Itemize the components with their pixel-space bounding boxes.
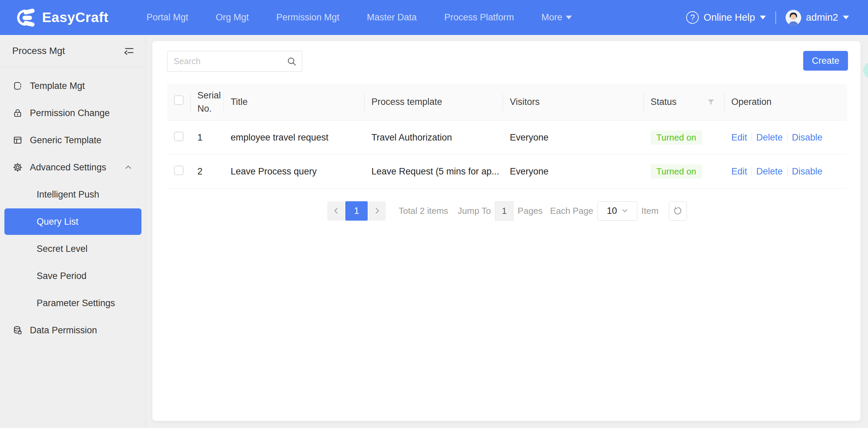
cell-visitors: Everyone bbox=[503, 154, 644, 188]
main-content: Create Serial No. Title Process template… bbox=[146, 35, 868, 428]
filter-funnel-icon[interactable] bbox=[707, 98, 715, 106]
sidebar-header: Process Mgt bbox=[0, 35, 146, 67]
sidebar-item-advanced-settings[interactable]: Advanced Settings bbox=[0, 154, 146, 181]
cell-visitors: Everyone bbox=[503, 120, 644, 154]
column-status: Status bbox=[644, 84, 725, 120]
main-nav: Portal Mgt Org Mgt Permission Mgt Master… bbox=[147, 12, 572, 23]
chevron-up-icon bbox=[124, 163, 132, 171]
table-row: 1 employee travel request Travel Authori… bbox=[167, 120, 847, 154]
sidebar-subitem-save-period[interactable]: Save Period bbox=[0, 262, 146, 290]
gear-icon bbox=[13, 163, 22, 172]
sidebar-item-label: Generic Template bbox=[30, 135, 101, 146]
sidebar-subitem-parameter-settings[interactable]: Parameter Settings bbox=[0, 290, 146, 317]
easycraft-logo-icon bbox=[16, 7, 37, 28]
nav-more-label: More bbox=[541, 12, 562, 23]
logo-text: EasyCraft bbox=[42, 10, 109, 25]
delete-link[interactable]: Delete bbox=[756, 132, 783, 143]
action-divider bbox=[752, 167, 752, 175]
chevron-down-icon bbox=[760, 16, 766, 19]
row-checkbox[interactable] bbox=[174, 132, 184, 141]
floating-widget[interactable] bbox=[863, 62, 868, 78]
sidebar-item-label: Data Permission bbox=[30, 325, 97, 336]
database-lock-icon bbox=[13, 325, 22, 335]
cell-status: Turned on bbox=[644, 120, 725, 154]
pages-label: Pages bbox=[518, 206, 543, 216]
cell-serial: 1 bbox=[191, 120, 224, 154]
sidebar-item-data-permission[interactable]: Data Permission bbox=[0, 317, 146, 344]
refresh-button[interactable] bbox=[669, 201, 687, 221]
next-page-button[interactable] bbox=[368, 201, 386, 221]
sidebar-title: Process Mgt bbox=[12, 45, 65, 56]
jump-to-input[interactable] bbox=[495, 201, 514, 221]
online-help-menu[interactable]: ? Online Help bbox=[686, 11, 766, 24]
edit-link[interactable]: Edit bbox=[731, 132, 747, 143]
create-button[interactable]: Create bbox=[803, 51, 848, 71]
topbar: EasyCraft Portal Mgt Org Mgt Permission … bbox=[0, 0, 868, 35]
sidebar-item-permission-change[interactable]: Permission Change bbox=[0, 99, 146, 127]
sidebar-item-label: Permission Change bbox=[30, 108, 110, 118]
column-title: Title bbox=[224, 84, 365, 120]
question-circle-icon: ? bbox=[686, 11, 699, 24]
nav-master-data[interactable]: Master Data bbox=[367, 12, 417, 23]
sidebar-item-label: Template Mgt bbox=[30, 81, 85, 91]
user-menu[interactable]: admin2 bbox=[786, 10, 849, 25]
row-checkbox[interactable] bbox=[174, 166, 184, 175]
avatar bbox=[786, 10, 801, 25]
page-size-select[interactable]: 10 bbox=[597, 201, 637, 221]
search-input[interactable] bbox=[167, 51, 302, 72]
search-icon[interactable] bbox=[287, 56, 297, 67]
cell-operation: EditDeleteDisable bbox=[725, 154, 847, 188]
sidebar-item-generic-template[interactable]: Generic Template bbox=[0, 127, 146, 154]
nav-more[interactable]: More bbox=[541, 12, 572, 23]
topbar-divider bbox=[775, 11, 776, 24]
prev-page-button[interactable] bbox=[327, 201, 345, 221]
nav-org-mgt[interactable]: Org Mgt bbox=[216, 12, 249, 23]
sidebar-subitem-intelligent-push[interactable]: Intelligent Push bbox=[0, 181, 146, 208]
select-all-checkbox[interactable] bbox=[174, 95, 184, 105]
disable-link[interactable]: Disable bbox=[792, 132, 823, 143]
edit-link[interactable]: Edit bbox=[731, 166, 747, 176]
column-visitors: Visitors bbox=[503, 84, 644, 120]
username: admin2 bbox=[806, 12, 838, 23]
refresh-icon bbox=[673, 206, 682, 216]
cell-status: Turned on bbox=[644, 154, 725, 188]
sidebar-item-template-mgt[interactable]: Template Mgt bbox=[0, 72, 146, 99]
column-operation: Operation bbox=[725, 84, 847, 120]
sidebar-subitem-query-list[interactable]: Query List bbox=[4, 208, 141, 235]
topbar-right: ? Online Help admin2 bbox=[686, 10, 868, 25]
nav-process-platform[interactable]: Process Platform bbox=[444, 12, 514, 23]
online-help-label: Online Help bbox=[703, 12, 755, 23]
page-number-button[interactable]: 1 bbox=[345, 201, 368, 221]
delete-link[interactable]: Delete bbox=[756, 166, 783, 176]
panel-icon bbox=[13, 135, 22, 145]
cell-process-template: Leave Request (5 mins for ap... bbox=[365, 154, 503, 188]
nav-portal-mgt[interactable]: Portal Mgt bbox=[147, 12, 188, 23]
sidebar-item-label: Advanced Settings bbox=[30, 162, 106, 173]
pagination: 1 Total 2 items Jump To Pages Each Page … bbox=[167, 201, 847, 221]
item-label: Item bbox=[641, 206, 659, 216]
column-status-label: Status bbox=[651, 97, 677, 107]
table-header-row: Serial No. Title Process template Visito… bbox=[167, 84, 847, 120]
column-serial-no: Serial No. bbox=[191, 84, 224, 120]
template-icon bbox=[13, 81, 22, 91]
disable-link[interactable]: Disable bbox=[792, 166, 823, 176]
status-badge: Turned on bbox=[651, 164, 702, 179]
sidebar: Process Mgt Template Mgt bbox=[0, 35, 146, 428]
page-size-value: 10 bbox=[607, 206, 617, 216]
action-divider bbox=[787, 133, 788, 142]
total-items-text: Total 2 items bbox=[399, 206, 448, 216]
sidebar-subitem-secret-level[interactable]: Secret Level bbox=[0, 235, 146, 262]
toolbar: Create bbox=[167, 51, 847, 72]
app-shell: Process Mgt Template Mgt bbox=[0, 35, 868, 428]
menu-fold-icon[interactable] bbox=[123, 45, 135, 57]
jump-to-label: Jump To bbox=[458, 206, 491, 216]
each-page-label: Each Page bbox=[550, 206, 593, 216]
logo[interactable]: EasyCraft bbox=[0, 7, 109, 28]
lock-icon bbox=[13, 108, 22, 118]
nav-permission-mgt[interactable]: Permission Mgt bbox=[276, 12, 340, 23]
action-divider bbox=[752, 133, 752, 142]
cell-operation: EditDeleteDisable bbox=[725, 120, 847, 154]
search-box bbox=[167, 51, 302, 72]
column-process-template: Process template bbox=[365, 84, 503, 120]
action-divider bbox=[787, 167, 788, 175]
